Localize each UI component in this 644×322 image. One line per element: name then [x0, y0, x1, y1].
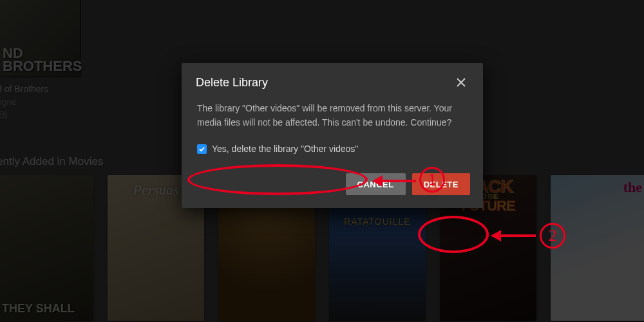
dialog-title: Delete Library: [196, 76, 268, 90]
confirm-checkbox[interactable]: [197, 144, 207, 154]
dialog-header: Delete Library: [182, 63, 483, 100]
confirm-checkbox-row[interactable]: Yes, delete the library "Other videos": [182, 135, 483, 166]
confirm-checkbox-label[interactable]: Yes, delete the library "Other videos": [212, 144, 358, 154]
dialog-body: The library "Other videos" will be remov…: [182, 100, 483, 135]
cancel-button[interactable]: CANCEL: [346, 173, 406, 195]
close-icon: [457, 78, 466, 87]
delete-library-dialog: Delete Library The library "Other videos…: [182, 63, 483, 208]
delete-button[interactable]: DELETE: [412, 173, 470, 195]
check-icon: [198, 146, 205, 153]
dialog-footer: CANCEL DELETE: [182, 166, 483, 208]
close-button[interactable]: [453, 75, 469, 90]
